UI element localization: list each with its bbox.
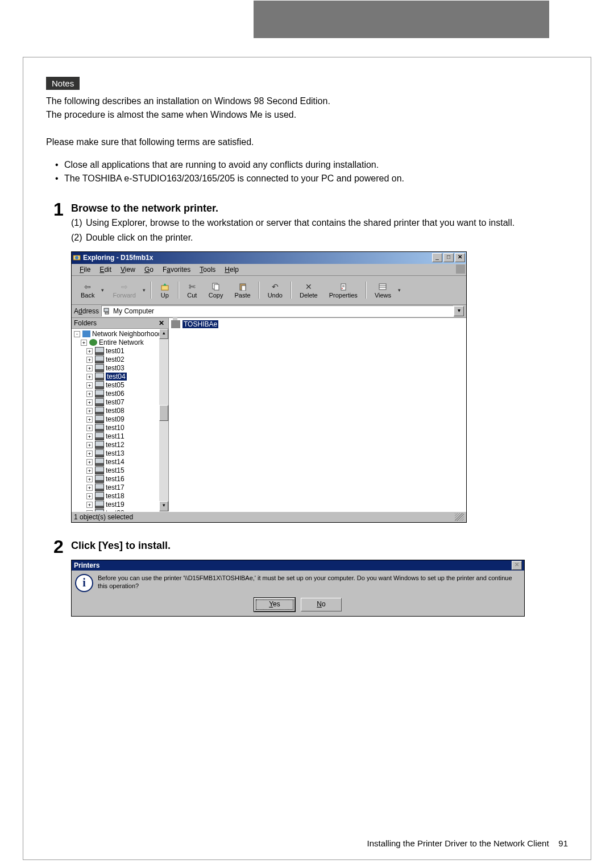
expand-icon[interactable]: + [86,493,93,499]
yes-button[interactable]: Yes [254,598,295,611]
computer-icon [95,424,104,432]
tree-row[interactable]: +test15 [72,466,168,475]
copy-button[interactable]: Copy [203,282,229,299]
back-dropdown[interactable]: ▾ [100,287,107,293]
resize-grip-icon[interactable] [455,513,464,521]
expand-icon[interactable]: + [86,416,93,423]
explorer-window: Exploring - D15fmb1x _ □ ✕ File Edit Vie… [71,251,467,523]
no-button[interactable]: No [301,598,342,611]
expand-icon[interactable]: + [86,348,93,354]
expand-icon[interactable]: + [86,442,93,448]
scroll-thumb[interactable] [159,405,168,421]
back-button[interactable]: ⇦ Back [75,282,100,299]
computer-icon [95,415,104,423]
expand-icon[interactable]: + [86,374,93,380]
tree-row[interactable]: +test19 [72,501,168,509]
menu-file[interactable]: File [75,266,95,274]
tree-row[interactable]: +test17 [72,483,168,492]
expand-icon[interactable]: + [86,382,93,388]
tree-row[interactable]: +test09 [72,415,168,424]
expand-icon[interactable]: + [86,391,93,397]
up-button[interactable]: Up [154,282,176,299]
expand-icon[interactable]: + [86,433,93,440]
dialog-titlebar[interactable]: Printers ✕ [72,560,524,571]
tree-row[interactable]: +Entire Network [72,338,168,347]
folders-close[interactable]: ✕ [157,319,166,327]
address-field[interactable]: My Computer [101,305,454,317]
titlebar[interactable]: Exploring - D15fmb1x _ □ ✕ [72,252,466,264]
tree-row[interactable]: +test18 [72,492,168,501]
cut-button[interactable]: ✄ Cut [181,282,203,299]
tree-row[interactable]: +test16 [72,475,168,483]
expand-icon[interactable]: + [86,450,93,457]
expand-icon[interactable]: - [74,331,80,337]
paste-button[interactable]: Paste [229,282,256,299]
tree-scrollbar[interactable]: ▴ ▾ [159,329,168,511]
expand-icon[interactable]: + [86,476,93,482]
toolbar-separator [151,282,152,299]
menu-favorites[interactable]: Favorites [158,266,195,274]
expand-icon[interactable]: + [86,485,93,491]
menu-tools[interactable]: Tools [195,266,220,274]
notes-line1: The following describes an installation … [46,96,330,106]
maximize-button[interactable]: □ [443,253,454,262]
tb-label: Copy [209,292,223,299]
menu-edit[interactable]: Edit [95,266,116,274]
expand-icon[interactable]: + [86,425,93,431]
tree-row[interactable]: +test14 [72,458,168,466]
expand-icon[interactable]: + [86,365,93,371]
tree-row[interactable]: +test11 [72,432,168,441]
tb-label: Up [161,292,169,299]
expand-icon[interactable]: + [86,357,93,363]
tree-row[interactable]: +test07 [72,398,168,407]
expand-icon[interactable]: + [86,468,93,474]
tree-row[interactable]: +test01 [72,347,168,356]
menu-help[interactable]: Help [220,266,243,274]
address-dropdown[interactable]: ▾ [454,306,464,316]
tree-row[interactable]: +test12 [72,441,168,449]
statusbar: 1 object(s) selected [72,511,466,522]
expand-icon[interactable]: + [86,459,93,465]
tree-label: test14 [106,458,125,466]
expand-icon[interactable]: + [86,399,93,406]
expand-icon[interactable]: + [86,510,93,511]
step2-heading: Click [Yes] to install. [71,540,568,552]
views-button[interactable]: Views [369,282,397,299]
notes-label: Notes [46,77,80,90]
undo-button[interactable]: ↶ Undo [262,282,288,299]
computer-icon [95,398,104,406]
tree-row[interactable]: +test20 [72,509,168,511]
views-dropdown[interactable]: ▾ [397,287,404,293]
tree-label: test02 [106,356,125,363]
scroll-down-button[interactable]: ▾ [159,501,168,511]
tree-row[interactable]: +test13 [72,449,168,458]
tree-row[interactable]: +test04 [72,373,168,381]
menu-view[interactable]: View [116,266,140,274]
tree-row[interactable]: +test10 [72,424,168,432]
toolbar-separator [259,282,260,299]
printer-item[interactable]: TOSHIBAe [171,320,464,328]
tree-row[interactable]: +test02 [72,356,168,364]
delete-button[interactable]: ✕ Delete [294,282,323,299]
expand-icon[interactable]: + [86,502,93,508]
tree-row[interactable]: +test03 [72,364,168,373]
forward-dropdown[interactable]: ▾ [142,287,148,293]
dialog-close-button[interactable]: ✕ [512,561,522,570]
dialog-body: i Before you can use the printer '\\D15F… [72,571,524,596]
content-pane[interactable]: TOSHIBAe [169,318,466,511]
folder-tree[interactable]: -Network Neighborhood+Entire Network+tes… [72,329,168,511]
tree-row[interactable]: +test05 [72,381,168,390]
minimize-button[interactable]: _ [432,253,442,262]
menu-go[interactable]: Go [140,266,158,274]
scroll-up-button[interactable]: ▴ [159,329,168,339]
expand-icon[interactable]: + [86,408,93,414]
close-button[interactable]: ✕ [455,253,465,262]
properties-button[interactable]: Properties [323,282,363,299]
svg-rect-14 [104,308,109,312]
svg-rect-15 [105,312,109,314]
tree-row[interactable]: +test06 [72,390,168,398]
tree-row[interactable]: -Network Neighborhood [72,330,168,338]
tree-row[interactable]: +test08 [72,407,168,415]
expand-icon[interactable]: + [81,340,87,346]
toolbar-separator [178,282,179,299]
